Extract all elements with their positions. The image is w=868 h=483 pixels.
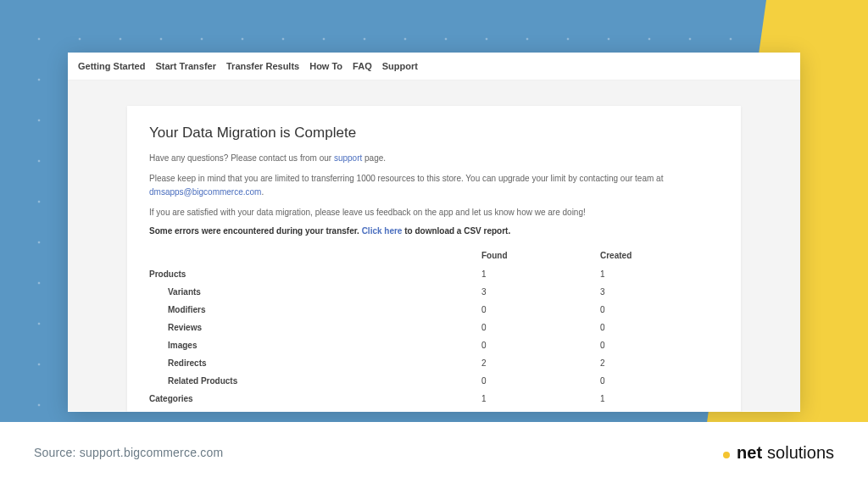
table-row: Related Products00 [149,372,719,390]
table-header-row: Found Created [149,246,719,265]
app-window: Getting Started Start Transfer Transfer … [68,53,800,412]
source-citation: Source: support.bigcommerce.com [34,446,223,459]
nav-how-to[interactable]: How To [309,61,342,71]
table-row: Redirects22 [149,354,719,372]
row-created-value: 3 [600,283,719,301]
support-link[interactable]: support [334,153,362,163]
row-label: Variants [149,283,481,301]
brand-text-light: solutions [767,443,834,463]
feedback-paragraph: If you are satisfied with your data migr… [149,206,719,219]
row-label: Reviews [149,319,481,336]
upgrade-email-link[interactable]: dmsapps@bigcommerce.com [149,187,261,197]
contact-paragraph: Have any questions? Please contact us fr… [149,152,719,165]
table-row: Images00 [149,336,719,354]
row-label: Modifiers [149,301,481,319]
contact-text-a: Have any questions? Please contact us fr… [149,153,334,163]
row-found-value: 0 [481,319,600,336]
nav-transfer-results[interactable]: Transfer Results [226,61,299,71]
row-created-value: 1 [600,265,719,283]
row-created-value: 0 [600,301,719,319]
row-created-value: 1 [600,390,719,408]
nav-support[interactable]: Support [382,61,418,71]
contact-text-b: page. [362,153,386,163]
download-csv-link[interactable]: Click here [362,226,403,236]
nav-start-transfer[interactable]: Start Transfer [155,61,216,71]
app-body: Your Data Migration is Complete Have any… [68,80,800,411]
limit-text-a: Please keep in mind that you are limited… [149,174,663,183]
row-found-value: 1 [481,390,600,408]
row-label: Categories [149,390,481,408]
nav-faq[interactable]: FAQ [353,61,372,71]
slide-canvas: Getting Started Start Transfer Transfer … [0,0,868,483]
row-label: Related Products [149,372,481,390]
top-nav: Getting Started Start Transfer Transfer … [68,53,800,80]
content-card: Your Data Migration is Complete Have any… [127,106,741,412]
brand-logo: net solutions [723,443,834,463]
row-label: Images [149,336,481,354]
limit-paragraph: Please keep in mind that you are limited… [149,172,719,199]
page-title: Your Data Migration is Complete [149,125,719,142]
error-text-b: to download a CSV report. [402,226,510,236]
col-found-header: Found [481,246,600,265]
brand-text-bold: net [737,443,762,463]
table-row: Modifiers00 [149,301,719,319]
row-found-value: 2 [481,354,600,372]
table-row: Categories11 [149,390,719,408]
row-found-value: 1 [481,408,600,412]
row-created-value: 0 [600,319,719,336]
error-paragraph: Some errors were encountered during your… [149,226,719,236]
row-created-value: 2 [600,354,719,372]
footer-strip: Source: support.bigcommerce.com net solu… [0,422,868,483]
results-table: Found Created Products11Variants33Modifi… [149,246,719,412]
brand-dot-icon [723,452,730,458]
table-row: Reviews00 [149,319,719,336]
error-text-a: Some errors were encountered during your… [149,226,362,236]
row-created-value: 1 [600,408,719,412]
table-row: Redirects11 [149,408,719,412]
row-created-value: 0 [600,336,719,354]
col-created-header: Created [600,246,719,265]
row-found-value: 0 [481,372,600,390]
row-created-value: 0 [600,372,719,390]
row-found-value: 3 [481,283,600,301]
row-label: Redirects [149,408,481,412]
table-row: Products11 [149,265,719,283]
nav-getting-started[interactable]: Getting Started [78,61,145,71]
row-label: Redirects [149,354,481,372]
table-row: Variants33 [149,283,719,301]
row-found-value: 0 [481,301,600,319]
col-name-header [149,246,481,265]
row-found-value: 0 [481,336,600,354]
row-label: Products [149,265,481,283]
row-found-value: 1 [481,265,600,283]
limit-text-b: . [261,187,264,197]
